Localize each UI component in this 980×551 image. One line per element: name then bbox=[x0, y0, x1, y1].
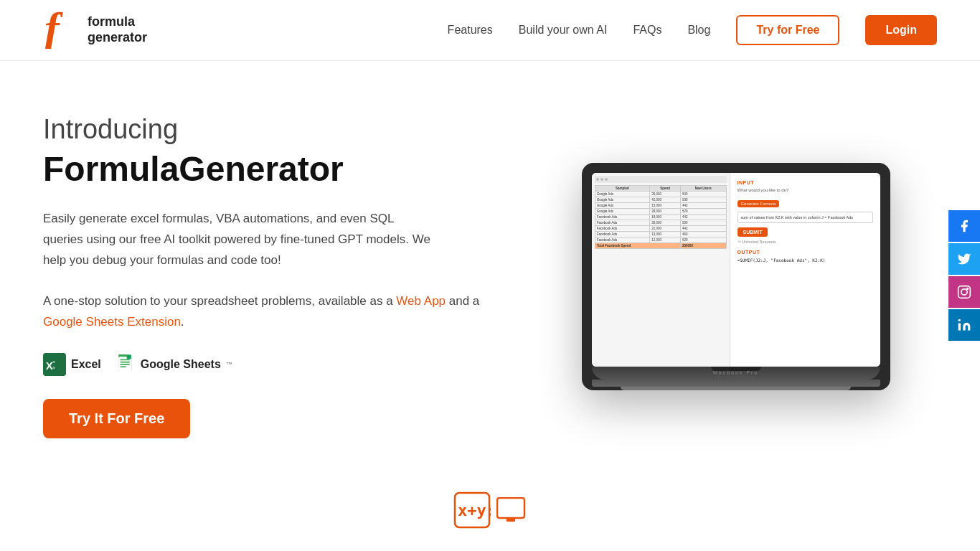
table-row: Google Ads42,000530 bbox=[595, 197, 726, 202]
svg-point-14 bbox=[967, 288, 969, 290]
hero-left: Introducing FormulaGenerator Easily gene… bbox=[43, 114, 534, 438]
logo[interactable]: f formula generator bbox=[43, 6, 147, 55]
svg-rect-7 bbox=[120, 359, 129, 360]
panel-submit-button[interactable]: SUBMIT bbox=[738, 227, 768, 237]
laptop-notch bbox=[711, 367, 761, 371]
col-users: New Users bbox=[681, 185, 727, 191]
logo-line2: generator bbox=[88, 30, 147, 46]
col-sampled: Sampled bbox=[595, 185, 650, 191]
svg-text:≡: ≡ bbox=[52, 364, 55, 369]
google-sheets-link[interactable]: Google Sheets Extension bbox=[43, 315, 181, 329]
icon-pair: x+y: bbox=[453, 491, 527, 529]
web-app-link[interactable]: Web App bbox=[396, 294, 446, 308]
svg-point-15 bbox=[958, 319, 961, 321]
one-stop-mid: and a bbox=[446, 294, 479, 308]
formula-icon: x+y: bbox=[453, 491, 491, 529]
one-stop-suffix: . bbox=[181, 315, 184, 329]
table-row: Google Ads15,000442 bbox=[595, 202, 726, 208]
logo-text: formula generator bbox=[88, 14, 147, 45]
nav-faqs[interactable]: FAQs bbox=[633, 24, 661, 37]
hero-description: Easily generate excel formulas, VBA auto… bbox=[43, 209, 430, 271]
table-row: Facebook Ads12,000520 bbox=[595, 237, 726, 242]
table-row: Facebook Ads13,000460 bbox=[595, 231, 726, 237]
linkedin-button[interactable] bbox=[948, 309, 980, 341]
google-sheets-icon bbox=[116, 354, 136, 375]
spreadsheet-table: Sampled Spend New Users Google Ads35,000… bbox=[595, 185, 727, 249]
svg-text:x+y:: x+y: bbox=[458, 501, 491, 519]
login-button[interactable]: Login bbox=[865, 15, 937, 45]
excel-badge: X ≡ ≡ Excel bbox=[43, 353, 101, 376]
one-stop-prefix: A one-stop solution to your spreadsheet … bbox=[43, 294, 396, 308]
table-row: Google Ads28,000520 bbox=[595, 208, 726, 214]
laptop-mockup: Sampled Spend New Users Google Ads35,000… bbox=[582, 163, 890, 390]
nav-features[interactable]: Features bbox=[448, 24, 493, 37]
laptop-stand bbox=[592, 380, 880, 387]
svg-rect-8 bbox=[120, 362, 129, 363]
panel-output-label: OUTPUT bbox=[738, 250, 873, 255]
twitter-button[interactable] bbox=[948, 243, 980, 275]
spreadsheet-toolbar bbox=[595, 176, 727, 183]
table-row: Facebook Ads30,000500 bbox=[595, 220, 726, 225]
main-nav: Features Build your own AI FAQs Blog Try… bbox=[448, 15, 937, 45]
nav-build-ai[interactable]: Build your own AI bbox=[519, 24, 608, 37]
panel-dropdown: Generate Formula bbox=[738, 200, 780, 207]
logo-icon: f bbox=[43, 6, 80, 55]
svg-rect-10 bbox=[120, 366, 126, 367]
nav-blog[interactable]: Blog bbox=[687, 24, 710, 37]
try-for-free-button[interactable]: Try for Free bbox=[736, 15, 839, 45]
facebook-button[interactable] bbox=[948, 210, 980, 242]
table-row: Facebook Ads22,000442 bbox=[595, 225, 726, 231]
google-sheets-label: Google Sheets bbox=[141, 358, 221, 371]
logo-line1: formula bbox=[88, 14, 147, 30]
hero-intro: Introducing bbox=[43, 114, 506, 145]
spreadsheet-panel: Sampled Spend New Users Google Ads35,000… bbox=[592, 173, 730, 367]
hero-one-stop: A one-stop solution to your spreadsheet … bbox=[43, 291, 506, 333]
svg-rect-18 bbox=[497, 498, 524, 518]
panel-question: What would you like to do? bbox=[738, 188, 873, 192]
svg-rect-9 bbox=[120, 364, 129, 365]
header: f formula generator Features Build your … bbox=[0, 0, 980, 61]
panel-unlimited-text: ♾ Unlimited Requests bbox=[738, 240, 873, 244]
instagram-button[interactable] bbox=[948, 276, 980, 308]
table-total-row: Total Facebook Spend250000 bbox=[595, 242, 726, 248]
svg-text:f: f bbox=[44, 6, 63, 49]
svg-rect-12 bbox=[958, 286, 971, 298]
hero-section: Introducing FormulaGenerator Easily gene… bbox=[0, 61, 980, 477]
hero-title: FormulaGenerator bbox=[43, 151, 506, 189]
excel-icon: X ≡ ≡ bbox=[43, 353, 66, 376]
hero-right: Sampled Spend New Users Google Ads35,000… bbox=[534, 163, 937, 390]
table-row: Facebook Ads18,000442 bbox=[595, 214, 726, 220]
social-sidebar bbox=[948, 210, 980, 341]
badges: X ≡ ≡ Excel bbox=[43, 353, 506, 376]
col-spend: Spend bbox=[650, 185, 681, 191]
laptop-screen: Sampled Spend New Users Google Ads35,000… bbox=[592, 173, 880, 367]
try-it-for-free-button[interactable]: Try It For Free bbox=[43, 399, 190, 438]
svg-text:≡: ≡ bbox=[52, 359, 55, 364]
panel-input-label: INPUT bbox=[738, 180, 873, 185]
table-row: Google Ads35,000500 bbox=[595, 191, 726, 197]
svg-rect-11 bbox=[126, 354, 131, 359]
formula-panel: INPUT What would you like to do? Generat… bbox=[730, 173, 880, 367]
laptop-base: Macbook Pro bbox=[592, 367, 880, 380]
svg-rect-19 bbox=[507, 518, 515, 522]
excel-label: Excel bbox=[71, 358, 101, 371]
laptop-brand-label: Macbook Pro bbox=[713, 370, 758, 375]
bottom-hint: x+y: bbox=[0, 477, 980, 543]
screen-icon bbox=[496, 497, 527, 523]
laptop-foot bbox=[621, 387, 852, 390]
svg-point-13 bbox=[961, 289, 967, 295]
google-sheets-badge: Google Sheets ™ bbox=[116, 354, 232, 375]
panel-output-text: =SUMIF(J2:J, "Facebook Ads", K2:K) bbox=[738, 258, 873, 263]
panel-input-box: sum of values from K2:K with value in co… bbox=[738, 212, 873, 223]
